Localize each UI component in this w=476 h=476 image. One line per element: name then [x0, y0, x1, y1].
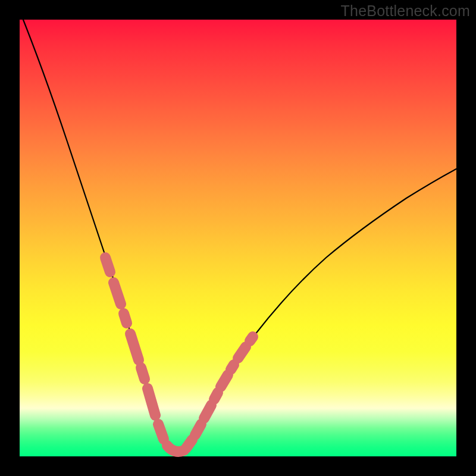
curve-svg — [20, 20, 456, 456]
highlight-left-6 — [148, 389, 155, 415]
highlight-valley-1 — [158, 424, 164, 439]
highlight-right-3 — [214, 393, 218, 399]
highlight-right-4 — [221, 375, 228, 387]
watermark-text: TheBottleneck.com — [341, 2, 470, 20]
highlight-right-2 — [204, 405, 211, 418]
highlight-left-1 — [105, 258, 110, 272]
highlight-left-4 — [130, 334, 139, 360]
highlight-right-1 — [195, 424, 201, 435]
bottleneck-curve — [20, 11, 463, 452]
chart-frame: TheBottleneck.com — [0, 0, 476, 476]
highlight-right-6 — [238, 347, 246, 358]
highlight-left-5 — [141, 368, 145, 379]
highlight-left-3 — [124, 314, 127, 323]
highlight-valley-3 — [186, 440, 192, 448]
plot-area — [20, 20, 456, 456]
highlight-right-7 — [250, 337, 253, 341]
highlight-left-2 — [114, 283, 121, 304]
highlight-right-5 — [231, 365, 234, 369]
